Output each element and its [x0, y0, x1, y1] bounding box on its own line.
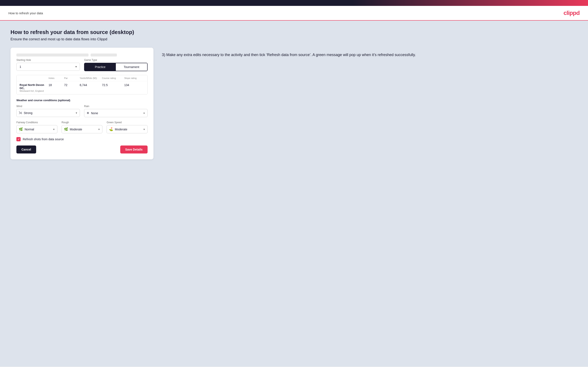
- green-speed-label: Green Speed: [107, 121, 147, 124]
- rain-icon: ☀: [86, 111, 89, 115]
- fairway-label: Fairway Conditions: [16, 121, 57, 124]
- rough-icon: 🌿: [64, 127, 68, 131]
- course-name: Royal North Devon GC,: [19, 83, 46, 90]
- fairway-group: Fairway Conditions 🌿 Normal ▼: [16, 121, 57, 133]
- refresh-checkbox-row: Refresh shots from data source: [16, 137, 147, 141]
- course-table-header: Holes Par Yards/White (M)) Course rating…: [17, 75, 147, 81]
- wind-label: Wind: [16, 105, 80, 108]
- green-speed-group: Green Speed ⛳ Moderate ▼: [107, 121, 147, 133]
- col-holes: Holes: [49, 77, 62, 79]
- green-speed-icon: ⛳: [109, 127, 113, 131]
- starting-hole-group: Starting Hole 1 10 ▼: [16, 58, 80, 71]
- wind-select[interactable]: 🌬 Strong ▼: [16, 109, 80, 117]
- fairway-value: Normal: [25, 128, 50, 131]
- course-row: Royal North Devon GC, Westward Ho!, Engl…: [17, 81, 147, 94]
- fairway-select[interactable]: 🌿 Normal ▼: [16, 125, 57, 133]
- main-content: How to refresh your data from source (de…: [0, 21, 588, 367]
- top-bar: [0, 0, 588, 6]
- rain-select[interactable]: ☀ None ▼: [84, 109, 147, 117]
- col-course: [19, 77, 46, 79]
- breadcrumb: How to refresh your data: [9, 11, 43, 15]
- fairway-icon: 🌿: [19, 127, 23, 131]
- starting-hole-select[interactable]: 1 10: [16, 63, 80, 71]
- logo: clippd: [564, 10, 579, 16]
- slope-rating-value: 134: [124, 83, 144, 92]
- col-course-rating: Course rating: [102, 77, 122, 79]
- green-speed-arrow-icon: ▼: [143, 128, 145, 131]
- content-layout: Starting Hole 1 10 ▼ Game Type Practice …: [10, 48, 578, 159]
- course-table: Holes Par Yards/White (M)) Course rating…: [16, 75, 147, 94]
- game-type-toggle: Practice Tournament: [84, 63, 147, 71]
- fairway-arrow-icon: ▼: [53, 128, 55, 131]
- button-row: Cancel Save Details: [16, 145, 147, 153]
- wind-icon: 🌬: [19, 111, 22, 115]
- col-par: Par: [64, 77, 78, 79]
- par-value: 72: [64, 83, 78, 92]
- page-title: How to refresh your data from source (de…: [10, 29, 578, 35]
- practice-button[interactable]: Practice: [85, 63, 116, 71]
- wind-arrow-icon: ▼: [75, 112, 78, 114]
- rough-arrow-icon: ▼: [98, 128, 100, 131]
- game-type-label: Game Type: [84, 58, 147, 61]
- main-card: Starting Hole 1 10 ▼ Game Type Practice …: [10, 48, 154, 159]
- course-location: Westward Ho!, England: [19, 90, 46, 92]
- weather-section-title: Weather and course conditions (optional): [16, 99, 147, 102]
- header: How to refresh your data clippd: [0, 6, 588, 21]
- cancel-button[interactable]: Cancel: [16, 145, 36, 153]
- side-note: 3) Make any extra edits necessary to the…: [162, 48, 578, 58]
- wind-value: Strong: [24, 111, 72, 115]
- tournament-button[interactable]: Tournament: [116, 63, 147, 71]
- form-row-1: Starting Hole 1 10 ▼ Game Type Practice …: [16, 58, 147, 71]
- green-speed-select[interactable]: ⛳ Moderate ▼: [107, 125, 147, 133]
- weather-row: Wind 🌬 Strong ▼ Rain ☀ None ▼: [16, 105, 147, 117]
- col-yards: Yards/White (M)): [80, 77, 100, 79]
- stub-bar-1: [16, 54, 88, 57]
- course-rating-value: 72.5: [102, 83, 122, 92]
- side-note-text: 3) Make any extra edits necessary to the…: [162, 52, 578, 58]
- rain-group: Rain ☀ None ▼: [84, 105, 147, 117]
- course-name-cell: Royal North Devon GC, Westward Ho!, Engl…: [19, 83, 46, 92]
- rough-select[interactable]: 🌿 Moderate ▼: [62, 125, 103, 133]
- game-type-group: Game Type Practice Tournament: [84, 58, 147, 71]
- starting-hole-label: Starting Hole: [16, 58, 80, 61]
- starting-hole-wrapper[interactable]: 1 10 ▼: [16, 63, 80, 71]
- refresh-checkbox[interactable]: [16, 137, 21, 141]
- stub-bars: [16, 54, 147, 57]
- rain-arrow-icon: ▼: [143, 112, 145, 114]
- save-button[interactable]: Save Details: [120, 145, 148, 153]
- rough-group: Rough 🌿 Moderate ▼: [62, 121, 103, 133]
- yards-value: 6,744: [80, 83, 100, 92]
- green-speed-value: Moderate: [115, 128, 140, 131]
- page-subtitle: Ensure the correct and most up to date d…: [10, 37, 578, 41]
- col-slope: Slope rating: [124, 77, 144, 79]
- rough-label: Rough: [62, 121, 103, 124]
- rough-value: Moderate: [70, 128, 95, 131]
- conditions-row: Fairway Conditions 🌿 Normal ▼ Rough 🌿 Mo…: [16, 121, 147, 133]
- refresh-checkbox-label: Refresh shots from data source: [23, 138, 64, 141]
- stub-bar-2: [91, 54, 117, 57]
- wind-group: Wind 🌬 Strong ▼: [16, 105, 80, 117]
- rain-value: None: [91, 111, 140, 115]
- rain-label: Rain: [84, 105, 147, 108]
- holes-value: 18: [49, 83, 62, 92]
